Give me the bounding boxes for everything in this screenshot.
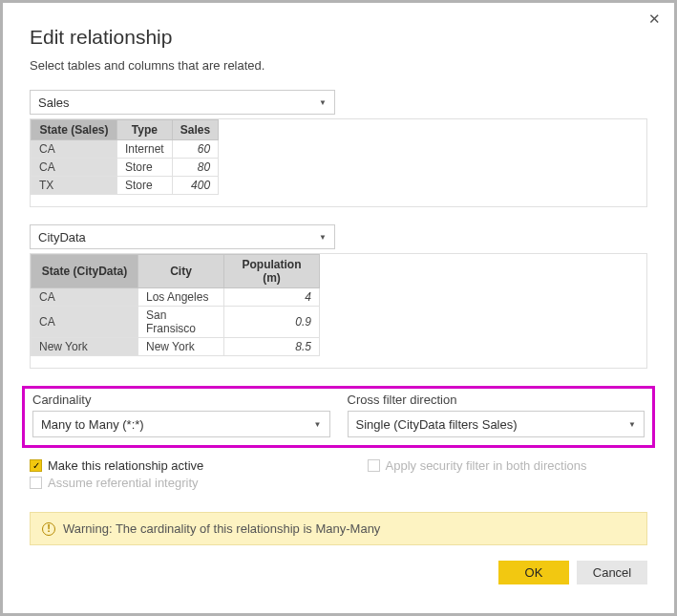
referential-checkbox: Assume referential integrity: [30, 476, 310, 490]
table-row[interactable]: CA Store 80: [32, 159, 219, 177]
table-header-row: State (Sales) Type Sales: [32, 120, 219, 140]
active-checkbox[interactable]: ✓ Make this relationship active: [30, 458, 310, 473]
dialog-title: Edit relationship: [30, 26, 647, 49]
checkbox-col-left: ✓ Make this relationship active Assume r…: [30, 456, 310, 493]
security-checkbox-label: Apply security filter in both directions: [386, 458, 587, 473]
chevron-down-icon: ▼: [319, 98, 327, 107]
table1-grid: State (Sales) Type Sales CA Internet 60 …: [31, 119, 219, 195]
cell: San Fransisco: [138, 307, 224, 338]
warning-banner: ! Warning: The cardinality of this relat…: [30, 512, 647, 545]
col-header: Sales: [172, 120, 218, 140]
chevron-down-icon: ▼: [628, 420, 636, 429]
cell: CA: [32, 159, 117, 177]
crossfilter-value: Single (CityData filters Sales): [356, 417, 518, 432]
checkbox-row: ✓ Make this relationship active Assume r…: [30, 456, 647, 493]
checkbox-col-right: Apply security filter in both directions: [368, 456, 648, 493]
warning-text: Warning: The cardinality of this relatio…: [63, 521, 380, 536]
cardinality-column: Cardinality Many to Many (*:*) ▼: [32, 393, 330, 437]
dialog-buttons: OK Cancel: [30, 561, 647, 584]
table-row[interactable]: New York New York 8.5: [32, 338, 320, 356]
cardinality-crossfilter-group: Cardinality Many to Many (*:*) ▼ Cross f…: [22, 386, 655, 448]
edit-relationship-dialog: ✕ Edit relationship Select tables and co…: [0, 0, 677, 616]
cell: 8.5: [224, 338, 320, 356]
checkbox-icon: [30, 477, 42, 489]
warning-icon: !: [42, 522, 55, 536]
crossfilter-select[interactable]: Single (CityData filters Sales) ▼: [348, 411, 645, 437]
cell: Internet: [117, 140, 173, 159]
table2-grid: State (CityData) City Population (m) CA …: [31, 254, 320, 356]
table1-preview: State (Sales) Type Sales CA Internet 60 …: [30, 118, 647, 207]
cell: CA: [32, 307, 138, 338]
table-row[interactable]: CA Los Angeles 4: [32, 288, 320, 307]
cell: 0.9: [224, 307, 320, 338]
security-checkbox: Apply security filter in both directions: [368, 458, 648, 473]
checkbox-icon: [368, 459, 380, 472]
cardinality-select[interactable]: Many to Many (*:*) ▼: [32, 411, 330, 437]
crossfilter-label: Cross filter direction: [348, 393, 645, 407]
active-checkbox-label: Make this relationship active: [48, 458, 203, 473]
cell: New York: [138, 338, 224, 356]
chevron-down-icon: ▼: [314, 420, 322, 429]
cell: 400: [172, 177, 218, 195]
table-row[interactable]: TX Store 400: [32, 177, 219, 195]
crossfilter-column: Cross filter direction Single (CityData …: [348, 393, 645, 437]
cell: 60: [172, 140, 218, 159]
cell: CA: [32, 140, 117, 159]
table1-select[interactable]: Sales ▼: [30, 90, 335, 115]
table-row[interactable]: CA San Fransisco 0.9: [32, 307, 320, 338]
cell: Store: [117, 177, 173, 195]
cell: CA: [32, 288, 138, 307]
table1-select-value: Sales: [38, 96, 70, 110]
cardinality-label: Cardinality: [32, 393, 330, 407]
ok-button[interactable]: OK: [498, 561, 569, 584]
checkbox-icon: ✓: [30, 459, 42, 472]
cell: Store: [117, 159, 173, 177]
col-header: City: [138, 255, 224, 288]
chevron-down-icon: ▼: [319, 233, 327, 242]
col-header: Population (m): [224, 255, 320, 288]
close-icon[interactable]: ✕: [648, 11, 661, 28]
dialog-subtitle: Select tables and columns that are relat…: [30, 58, 647, 73]
table2-select[interactable]: CityData ▼: [30, 224, 335, 249]
cell: New York: [32, 338, 138, 356]
cell: TX: [32, 177, 117, 195]
dialog-content: Edit relationship Select tables and colu…: [3, 3, 674, 600]
referential-checkbox-label: Assume referential integrity: [48, 476, 199, 490]
cell: 80: [172, 159, 218, 177]
col-header: Type: [117, 120, 173, 140]
table-row[interactable]: CA Internet 60: [32, 140, 219, 159]
table2-preview: State (CityData) City Population (m) CA …: [30, 253, 647, 369]
col-header: State (CityData): [32, 255, 138, 288]
cancel-button[interactable]: Cancel: [577, 561, 647, 584]
table2-select-value: CityData: [38, 230, 86, 244]
cardinality-value: Many to Many (*:*): [41, 417, 144, 432]
table-header-row: State (CityData) City Population (m): [32, 255, 320, 288]
cell: Los Angeles: [138, 288, 224, 307]
cell: 4: [224, 288, 320, 307]
col-header: State (Sales): [32, 120, 117, 140]
